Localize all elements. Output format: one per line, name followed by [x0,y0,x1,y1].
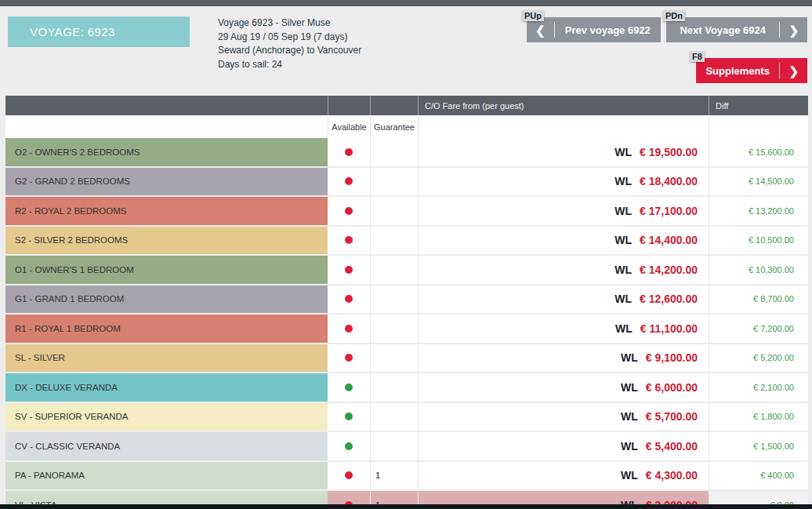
subheader-fare-cell [418,115,709,138]
voyage-days-to-sail: Days to sail: 24 [218,58,361,72]
shortcut-badge-pagedown: PDn [663,10,685,21]
fare-cell[interactable]: WL € 4,300.00 [418,462,709,490]
availability-dot [345,148,353,156]
waitlist-flag: WL [614,264,632,276]
table-header-row: C/O Fare from (per guest) Diff [5,96,808,115]
category-cell: SV - SUPERIOR VERANDA [5,403,328,431]
fare-cell[interactable]: WL € 5,700.00 [418,403,709,431]
waitlist-flag: WL [621,440,638,453]
availability-dot [345,384,353,391]
guarantee-cell [370,168,418,196]
category-cell: G2 - GRAND 2 BEDROOMS [5,168,328,196]
fare-amount: € 18,400.00 [640,175,698,187]
fare-cell[interactable]: WL € 19,500.00 [418,138,709,166]
diff-amount: € 2,100.00 [753,383,794,392]
supplements-button[interactable]: Supplements ❯ [696,58,807,83]
fare-cell[interactable]: WL € 6,000.00 [418,373,709,402]
table-row[interactable]: R1 - ROYAL 1 BEDROOM WL € 11,100.00 € 7,… [5,314,808,343]
header-diff-cell: Diff [709,96,808,115]
subheader-diff-cell [709,115,808,138]
voyage-number-box: VOYAGE: 6923 [8,16,190,47]
diff-cell: € 400.00 [709,462,808,490]
diff-cell: € 1,800.00 [709,403,808,431]
category-cell: DX - DELUXE VERANDA [5,373,328,402]
diff-cell: € 10,500.00 [709,227,808,255]
fare-cell[interactable]: WL € 9,100.00 [418,344,709,373]
category-label: SV - SUPERIOR VERANDA [15,412,128,421]
availability-dot [345,413,353,420]
guarantee-cell [370,314,418,343]
table-row[interactable]: G2 - GRAND 2 BEDROOMS WL € 18,400.00 € 1… [5,168,808,196]
category-label: G2 - GRAND 2 BEDROOMS [15,176,130,186]
table-row[interactable]: PA - PANORAMA 1 WL € 4,300.00 € 400.00 [5,462,808,490]
availability-cell [328,462,370,490]
table-row[interactable]: DX - DELUXE VERANDA WL € 6,000.00 € 2,10… [5,373,808,402]
fare-cell[interactable]: WL € 17,100.00 [418,197,709,225]
category-label: R2 - ROYAL 2 BEDROOMS [15,206,127,216]
diff-amount: € 14,500.00 [749,176,794,186]
availability-dot [345,325,353,333]
table-row[interactable]: G1 - GRAND 1 BEDROOM WL € 12,600.00 € 8,… [5,285,808,314]
diff-cell: € 14,500.00 [709,168,808,196]
header-guarantee-cell [370,96,418,115]
availability-cell [328,314,370,343]
availability-dot [345,177,353,185]
category-cell: CV - CLASSIC VERANDA [5,432,328,460]
fare-cell[interactable]: WL € 5,400.00 [418,432,709,460]
fare-cell[interactable]: WL € 11,100.00 [418,314,709,343]
table-row[interactable]: O2 - OWNER'S 2 BEDROOMS WL € 19,500.00 €… [5,138,808,166]
diff-amount: € 10,300.00 [749,265,794,274]
category-label: O1 - OWNER'S 1 BEDROOM [15,265,134,274]
availability-cell [328,138,370,166]
category-cell: O1 - OWNER'S 1 BEDROOM [5,256,328,284]
table-row[interactable]: SL - SILVER WL € 9,100.00 € 5,200.00 [5,344,808,373]
category-label: S2 - SILVER 2 BEDROOMS [15,235,128,245]
table-row[interactable]: R2 - ROYAL 2 BEDROOMS WL € 17,100.00 € 1… [5,197,808,225]
guarantee-cell [370,373,418,402]
category-label: PA - PANORAMA [15,471,85,480]
bottom-bar [0,504,812,509]
fare-amount: € 4,300.00 [646,469,698,482]
diff-cell: € 5,200.00 [709,344,808,373]
fare-amount: € 14,200.00 [640,264,698,276]
diff-cell: € 2,100.00 [709,373,808,402]
availability-dot [345,442,353,450]
availability-dot [345,471,353,479]
fare-amount: € 12,600.00 [640,293,698,305]
fare-cell[interactable]: WL € 14,200.00 [418,256,709,284]
diff-amount: € 10,500.00 [749,235,794,245]
availability-dot [345,236,353,244]
fare-cell[interactable]: WL € 18,400.00 [418,168,709,196]
voyage-dates: 29 Aug 19 / 05 Sep 19 (7 days) [218,31,361,45]
guarantee-cell [370,344,418,373]
table-subheader-row: Available Guarantee [5,115,808,138]
diff-cell: € 15,600.00 [709,138,808,166]
table-row[interactable]: S2 - SILVER 2 BEDROOMS WL € 14,400.00 € … [5,227,808,255]
diff-amount: € 1,500.00 [753,442,794,451]
category-cell: R2 - ROYAL 2 BEDROOMS [5,197,328,225]
table-row[interactable]: CV - CLASSIC VERANDA WL € 5,400.00 € 1,5… [5,432,808,460]
fare-cell[interactable]: WL € 14,400.00 [418,227,709,255]
prev-voyage-button[interactable]: ❮ Prev voyage 6922 [527,17,661,42]
fare-amount: € 9,100.00 [646,351,698,364]
subheader-available-label: Available [328,115,370,138]
waitlist-flag: WL [621,469,638,482]
fares-table: C/O Fare from (per guest) Diff Available… [5,96,808,509]
availability-dot [345,354,353,362]
next-voyage-button[interactable]: Next Voyage 6924 ❯ [666,17,807,42]
fare-amount: € 11,100.00 [640,322,698,335]
guarantee-cell [370,256,418,284]
availability-cell [328,344,370,373]
availability-cell [328,197,370,225]
voyage-info: Voyage 6923 - Silver Muse 29 Aug 19 / 05… [218,16,361,71]
category-cell: S2 - SILVER 2 BEDROOMS [5,227,328,255]
waitlist-flag: WL [621,410,638,423]
waitlist-flag: WL [621,351,638,364]
header-fare-cell: C/O Fare from (per guest) [418,96,709,115]
category-cell: SL - SILVER [5,344,328,373]
fare-cell[interactable]: WL € 12,600.00 [418,285,709,314]
waitlist-flag: WL [614,293,632,305]
diff-amount: € 400.00 [760,471,794,480]
table-row[interactable]: SV - SUPERIOR VERANDA WL € 5,700.00 € 1,… [5,403,808,431]
table-row[interactable]: O1 - OWNER'S 1 BEDROOM WL € 14,200.00 € … [5,256,808,284]
